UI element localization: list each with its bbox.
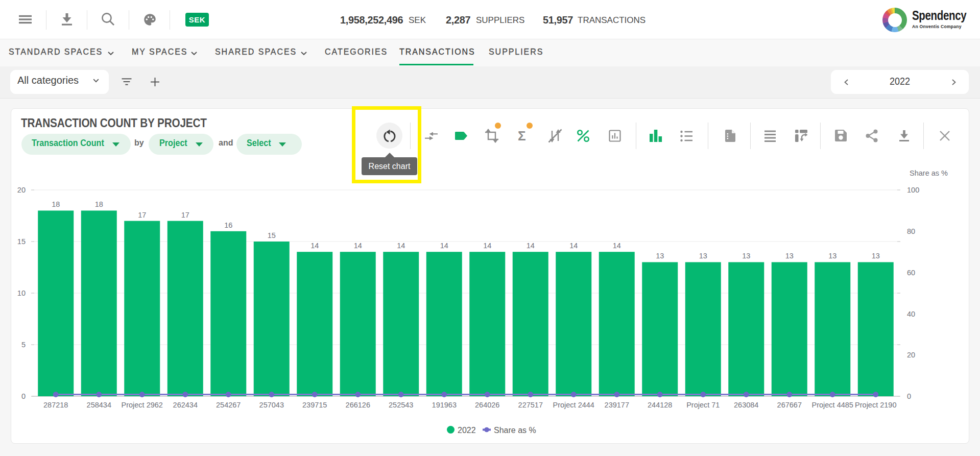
svg-text:13: 13 bbox=[872, 252, 880, 260]
svg-text:0: 0 bbox=[907, 392, 911, 400]
svg-text:191963: 191963 bbox=[432, 401, 457, 409]
svg-text:239715: 239715 bbox=[302, 401, 327, 409]
svg-text:14: 14 bbox=[483, 242, 491, 250]
svg-text:Project 4485: Project 4485 bbox=[811, 401, 853, 409]
svg-text:258434: 258434 bbox=[87, 401, 111, 409]
svg-text:Project 2444: Project 2444 bbox=[553, 401, 594, 409]
svg-text:287218: 287218 bbox=[43, 401, 68, 409]
svg-text:254267: 254267 bbox=[216, 401, 241, 409]
svg-text:13: 13 bbox=[828, 252, 836, 260]
svg-text:17: 17 bbox=[181, 211, 189, 219]
svg-text:244128: 244128 bbox=[648, 401, 672, 409]
svg-text:266126: 266126 bbox=[346, 401, 370, 409]
svg-text:252543: 252543 bbox=[389, 401, 413, 409]
svg-text:227517: 227517 bbox=[518, 401, 543, 409]
svg-text:13: 13 bbox=[785, 252, 794, 260]
svg-text:Share as %: Share as % bbox=[494, 426, 536, 435]
svg-text:Project 2190: Project 2190 bbox=[855, 401, 896, 409]
svg-text:10: 10 bbox=[17, 289, 26, 297]
svg-text:100: 100 bbox=[907, 186, 919, 194]
svg-text:13: 13 bbox=[742, 252, 750, 260]
svg-text:257043: 257043 bbox=[259, 401, 284, 409]
svg-text:14: 14 bbox=[310, 242, 319, 250]
svg-text:16: 16 bbox=[224, 221, 232, 229]
svg-text:14: 14 bbox=[569, 242, 578, 250]
svg-text:267667: 267667 bbox=[777, 401, 802, 409]
svg-text:17: 17 bbox=[138, 211, 146, 219]
svg-text:262434: 262434 bbox=[173, 401, 198, 409]
svg-text:264026: 264026 bbox=[475, 401, 499, 409]
svg-text:14: 14 bbox=[397, 242, 405, 250]
svg-text:18: 18 bbox=[52, 200, 60, 208]
svg-text:20: 20 bbox=[907, 351, 915, 359]
svg-text:15: 15 bbox=[17, 237, 26, 246]
svg-text:263084: 263084 bbox=[734, 401, 758, 409]
svg-text:60: 60 bbox=[907, 269, 915, 277]
svg-text:2022: 2022 bbox=[458, 426, 476, 435]
svg-text:0: 0 bbox=[21, 392, 26, 400]
svg-text:Share as %: Share as % bbox=[910, 169, 948, 177]
svg-text:14: 14 bbox=[527, 242, 535, 250]
svg-text:14: 14 bbox=[440, 242, 448, 250]
svg-text:20: 20 bbox=[17, 186, 26, 194]
svg-text:14: 14 bbox=[613, 242, 621, 250]
svg-text:13: 13 bbox=[656, 252, 664, 260]
svg-text:14: 14 bbox=[354, 242, 362, 250]
svg-text:40: 40 bbox=[907, 310, 915, 318]
svg-text:80: 80 bbox=[907, 227, 915, 235]
svg-text:Project 71: Project 71 bbox=[686, 401, 720, 409]
svg-text:15: 15 bbox=[268, 231, 276, 239]
svg-text:5: 5 bbox=[21, 341, 26, 349]
svg-text:18: 18 bbox=[95, 200, 103, 208]
svg-text:Project 2962: Project 2962 bbox=[121, 401, 162, 409]
svg-text:13: 13 bbox=[699, 252, 707, 260]
svg-text:239177: 239177 bbox=[605, 401, 629, 409]
